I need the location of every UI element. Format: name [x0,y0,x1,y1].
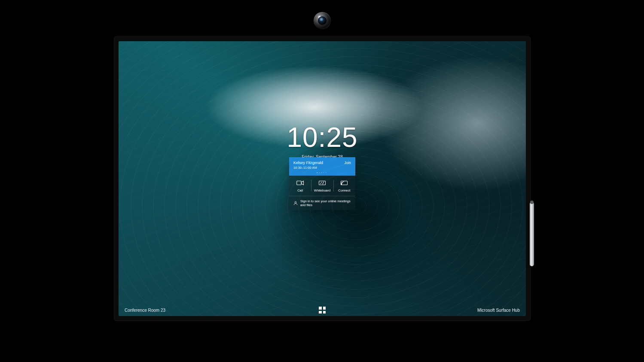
whiteboard-button[interactable]: Whiteboard [311,176,333,196]
meeting-time-range: 10:30–11:00 AM [293,166,351,170]
display-bezel: 10:25 Friday, September 28 Kelsey Fitzge… [114,37,530,320]
upcoming-meeting-tile[interactable]: Kelsey Fitzgerald 10:30–11:00 AM Join ••… [289,157,355,176]
svg-point-3 [341,184,342,185]
svg-rect-0 [296,181,301,185]
meeting-pager[interactable]: ••••• [289,171,355,174]
connect-cast-icon [333,180,355,186]
welcome-screen: 10:25 Friday, September 28 Kelsey Fitzge… [119,41,526,316]
welcome-card: Kelsey Fitzgerald 10:30–11:00 AM Join ••… [289,157,355,210]
surface-pen [530,202,534,266]
svg-rect-1 [319,181,325,185]
device-name: Microsoft Surface Hub [477,308,520,313]
device-stage: 10:25 Friday, September 28 Kelsey Fitzge… [0,0,644,362]
connect-label: Connect [333,189,355,192]
call-button[interactable]: Call [289,176,311,196]
clock-time: 10:25 [287,124,357,151]
camera-module [314,12,331,29]
person-icon [293,199,298,207]
room-name: Conference Room 23 [125,308,165,313]
quick-actions-row: Call Whiteboard Connect [289,176,355,196]
connect-button[interactable]: Connect [333,176,355,196]
call-label: Call [289,189,311,192]
join-button[interactable]: Join [344,161,351,165]
sign-in-row[interactable]: Sign in to see your online meetings and … [289,196,355,210]
start-button[interactable] [319,307,326,313]
sign-in-label: Sign in to see your online meetings and … [300,199,351,207]
svg-point-4 [295,201,296,203]
meeting-organizer: Kelsey Fitzgerald [293,161,351,165]
task-bar: Conference Room 23 Microsoft Surface Hub [119,304,526,316]
whiteboard-icon [311,180,333,186]
whiteboard-label: Whiteboard [311,189,333,192]
video-camera-icon [289,180,311,186]
clock-block: 10:25 Friday, September 28 [287,124,357,159]
